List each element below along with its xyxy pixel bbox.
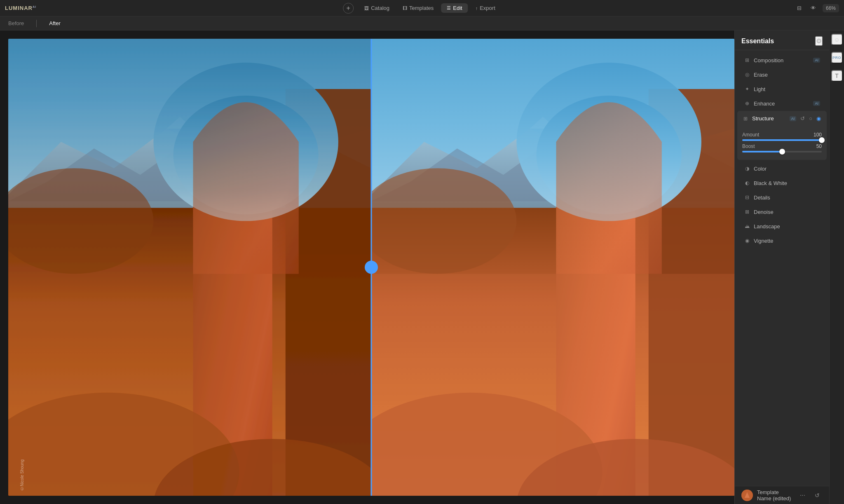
panel-item-composition[interactable]: ⊞ Composition AI bbox=[737, 53, 827, 67]
panel-item-details[interactable]: ⊟ Details bbox=[737, 190, 827, 204]
light-label: Light bbox=[754, 86, 820, 92]
canvas-area: ©Nicole Shoung bbox=[0, 30, 734, 504]
panel-item-landscape[interactable]: ⛰ Landscape bbox=[737, 219, 827, 233]
svg-rect-28 bbox=[371, 274, 734, 496]
history-back-icon: ↺ bbox=[815, 492, 820, 499]
boost-slider-fill bbox=[742, 151, 782, 152]
templates-nav-button[interactable]: 🎞 Templates bbox=[397, 3, 439, 13]
main-content: ©Nicole Shoung Essentials ⚙ ⊞ Compositio… bbox=[0, 30, 844, 504]
panel-item-light[interactable]: ✦ Light bbox=[737, 82, 827, 96]
app-logo: LUMINARAI bbox=[5, 5, 36, 11]
enhance-icon: ⊕ bbox=[744, 100, 750, 107]
panel-item-black-white[interactable]: ◐ Black & White bbox=[737, 176, 827, 190]
edit-nav-button[interactable]: ☰ Edit bbox=[441, 3, 468, 13]
bottom-action-buttons: ↺ bbox=[812, 490, 823, 501]
boost-slider-track[interactable] bbox=[742, 151, 822, 152]
light-icon: ✦ bbox=[744, 86, 750, 92]
svg-point-21 bbox=[358, 168, 516, 274]
details-icon: ⊟ bbox=[744, 194, 750, 201]
landscape-icon: ⛰ bbox=[744, 223, 750, 230]
side-icon-face[interactable]: ☺ bbox=[831, 34, 843, 45]
structure-label: Structure bbox=[752, 115, 786, 122]
bw-icon: ◐ bbox=[744, 180, 750, 186]
compare-icon: ⊟ bbox=[797, 5, 802, 11]
boost-slider-row: Boost 50 bbox=[742, 143, 822, 152]
undo-icon: ↺ bbox=[800, 115, 805, 122]
ba-divider bbox=[36, 20, 37, 27]
svg-point-30 bbox=[365, 260, 378, 274]
landscape-label: Landscape bbox=[754, 223, 820, 230]
color-label: Color bbox=[754, 166, 820, 172]
erase-label: Erase bbox=[754, 72, 820, 78]
catalog-nav-button[interactable]: 🖼 Catalog bbox=[359, 3, 395, 13]
amount-label: Amount bbox=[742, 132, 759, 138]
side-icon-text[interactable]: PRO bbox=[831, 52, 843, 63]
structure-undo-button[interactable]: ↺ bbox=[799, 115, 806, 122]
zoom-level[interactable]: 66% bbox=[823, 4, 839, 12]
panel-title: Essentials bbox=[741, 38, 774, 45]
top-navigation: + 🖼 Catalog 🎞 Templates ☰ Edit ↑ Export bbox=[343, 3, 501, 14]
composition-ai-badge: AI bbox=[813, 58, 820, 63]
compare-view-button[interactable]: ⊟ bbox=[795, 3, 804, 13]
side-icon-layers[interactable]: T bbox=[831, 70, 843, 82]
structure-visibility-button[interactable]: ◉ bbox=[816, 115, 822, 122]
amount-label-row: Amount 100 bbox=[742, 132, 822, 138]
catalog-icon: 🖼 bbox=[364, 6, 369, 11]
vignette-label: Vignette bbox=[754, 238, 820, 244]
after-label[interactable]: After bbox=[49, 20, 60, 26]
history-back-button[interactable]: ↺ bbox=[812, 490, 823, 501]
face-retouching-icon: ☺ bbox=[834, 36, 839, 43]
structure-icon: ⊞ bbox=[742, 115, 749, 122]
panel-item-color[interactable]: ◑ Color bbox=[737, 162, 827, 176]
panel-bottom-bar: Template Name (edited) ··· ↺ bbox=[735, 486, 829, 504]
more-options-button[interactable]: ··· bbox=[797, 490, 808, 501]
color-icon: ◑ bbox=[744, 165, 750, 172]
amount-slider-thumb[interactable] bbox=[819, 137, 825, 143]
panel-settings-button[interactable]: ⚙ bbox=[815, 36, 823, 46]
amount-slider-track[interactable] bbox=[742, 139, 822, 141]
structure-expanded-panel: Amount 100 Boost 50 bbox=[737, 126, 827, 160]
structure-reset-button[interactable]: ○ bbox=[808, 115, 813, 122]
details-label: Details bbox=[754, 195, 820, 201]
panel-item-vignette[interactable]: ◉ Vignette bbox=[737, 234, 827, 248]
denoise-label: Denoise bbox=[754, 209, 820, 215]
amount-value: 100 bbox=[814, 132, 822, 138]
topbar-right-controls: ⊟ 👁 66% bbox=[795, 3, 839, 13]
add-button[interactable]: + bbox=[343, 3, 354, 14]
panel-item-enhance[interactable]: ⊕ Enhance AI bbox=[737, 96, 827, 110]
side-icon-panel: ☺ PRO T bbox=[829, 30, 844, 504]
topbar: LUMINARAI + 🖼 Catalog 🎞 Templates ☰ Edit… bbox=[0, 0, 844, 16]
panel-item-structure[interactable]: ⊞ Structure AI ↺ ○ ◉ bbox=[737, 111, 827, 126]
vignette-icon: ◉ bbox=[744, 237, 750, 244]
panel-item-denoise[interactable]: ⊠ Denoise bbox=[737, 205, 827, 219]
right-panel: Essentials ⚙ ⊞ Composition AI ◎ Erase ✦ … bbox=[734, 30, 829, 504]
reset-icon: ○ bbox=[809, 115, 812, 122]
export-icon: ↑ bbox=[476, 6, 478, 11]
structure-actions: ↺ ○ ◉ bbox=[799, 115, 822, 122]
arch-photo bbox=[8, 39, 734, 496]
template-avatar bbox=[741, 490, 753, 501]
template-name-label: Template Name (edited) bbox=[757, 489, 793, 502]
eye-icon: ◉ bbox=[816, 115, 821, 122]
boost-label-row: Boost 50 bbox=[742, 143, 822, 149]
pro-badge: PRO bbox=[832, 56, 841, 60]
panel-item-erase[interactable]: ◎ Erase bbox=[737, 68, 827, 82]
panel-header: Essentials ⚙ bbox=[735, 30, 829, 50]
before-label[interactable]: Before bbox=[8, 20, 24, 26]
amount-slider-fill bbox=[742, 139, 822, 141]
amount-slider-row: Amount 100 bbox=[742, 132, 822, 141]
structure-ai-badge: AI bbox=[790, 116, 797, 121]
photo-credit: ©Nicole Shoung bbox=[20, 459, 24, 491]
templates-icon: 🎞 bbox=[403, 6, 407, 11]
boost-label: Boost bbox=[742, 143, 755, 149]
view-toggle-button[interactable]: 👁 bbox=[808, 3, 818, 13]
export-nav-button[interactable]: ↑ Export bbox=[470, 3, 501, 13]
gear-icon: ⚙ bbox=[816, 38, 822, 45]
enhance-label: Enhance bbox=[754, 101, 810, 107]
boost-slider-thumb[interactable] bbox=[779, 149, 785, 155]
denoise-icon: ⊠ bbox=[744, 209, 750, 215]
erase-icon: ◎ bbox=[744, 71, 750, 78]
view-icon: 👁 bbox=[811, 5, 816, 11]
layers-icon: T bbox=[835, 73, 839, 79]
before-after-bar: Before After bbox=[0, 16, 844, 30]
